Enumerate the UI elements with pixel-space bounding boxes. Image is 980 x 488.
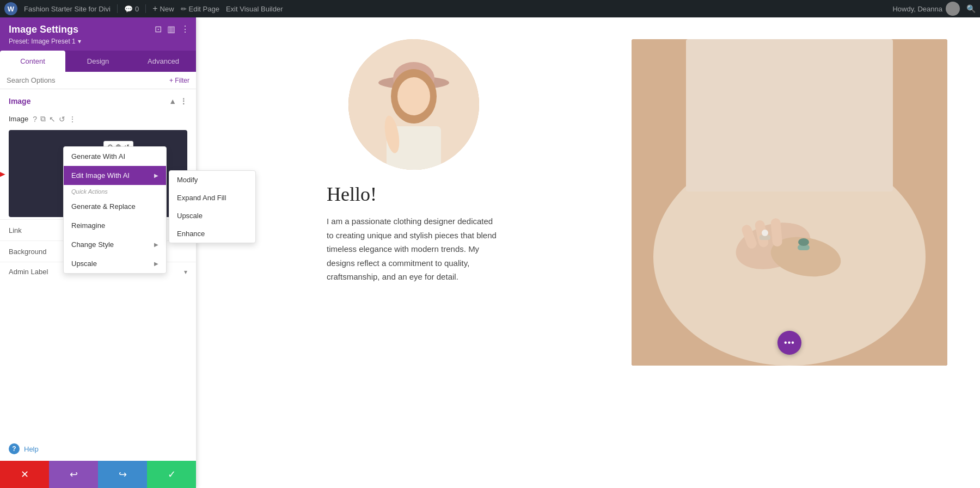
admin-label: Admin Label: [9, 268, 48, 276]
search-button[interactable]: 🔍: [966, 4, 976, 13]
top-bar: W Fashion Starter Site for Divi 💬 0 + Ne…: [0, 0, 980, 17]
upscale-chevron: ▶: [154, 261, 158, 267]
preset-chevron-icon: ▾: [78, 38, 81, 45]
dropdown-quick-actions-header: Quick Actions: [64, 185, 166, 197]
top-bar-right: Howdy, Deanna 🔍: [892, 2, 976, 16]
section-title: Image ▲ ⋮: [9, 97, 187, 106]
dropdown-container: Generate With AI Edit Image With AI ▶ Qu…: [63, 146, 256, 274]
copy-icon[interactable]: ⧉: [40, 114, 46, 123]
search-row: + Filter: [0, 72, 196, 89]
image-field-icons: ? ⧉ ↖ ↺ ⋮: [33, 114, 76, 123]
sidebar-header: Image Settings Preset: Image Preset 1 ▾ …: [0, 17, 196, 51]
svg-rect-18: [686, 39, 893, 192]
cursor-icon[interactable]: ↖: [49, 115, 56, 123]
hello-heading: Hello!: [327, 183, 501, 206]
hands-image: [632, 39, 947, 366]
layout-icon[interactable]: ▥: [167, 24, 175, 34]
sidebar-header-icons: ⊡ ▥ ⋮: [155, 24, 189, 34]
dropdown-upscale[interactable]: Upscale ▶: [64, 254, 166, 273]
site-name[interactable]: Fashion Starter Site for Divi: [24, 5, 111, 13]
responsive-icon[interactable]: ⊡: [155, 24, 162, 34]
svg-point-15: [798, 238, 809, 246]
svg-point-17: [762, 230, 768, 236]
dropdown-edit-image-with-ai[interactable]: Edit Image With AI ▶: [64, 166, 166, 185]
pencil-icon: ✏: [181, 5, 187, 13]
edit-page-button[interactable]: ✏ Edit Page: [181, 5, 219, 13]
page-text-block: Hello! I am a passionate clothing design…: [327, 183, 501, 284]
wordpress-icon[interactable]: W: [4, 2, 17, 15]
right-image: •••: [632, 39, 947, 366]
comments-link[interactable]: 💬 0: [124, 5, 139, 13]
preset-label[interactable]: Preset: Image Preset 1 ▾: [9, 38, 187, 45]
tab-advanced[interactable]: Advanced: [131, 51, 196, 72]
page-description: I am a passionate clothing designer dedi…: [327, 214, 501, 284]
search-input[interactable]: [7, 76, 165, 84]
tab-content[interactable]: Content: [0, 51, 65, 72]
top-bar-divider: [117, 4, 118, 13]
tab-design[interactable]: Design: [65, 51, 131, 72]
red-arrow-indicator: ➤: [0, 164, 6, 183]
page-right-column: •••: [632, 39, 947, 366]
change-style-chevron: ▶: [154, 242, 158, 248]
dropdown-generate-replace[interactable]: Generate & Replace: [64, 197, 166, 216]
dropdown-change-style[interactable]: Change Style ▶: [64, 235, 166, 254]
user-avatar: [946, 2, 960, 16]
exit-visual-builder-button[interactable]: Exit Visual Builder: [226, 5, 283, 13]
undo-button[interactable]: ↩: [49, 461, 98, 488]
section-more-icon[interactable]: ⋮: [180, 97, 187, 106]
dropdown-primary: Generate With AI Edit Image With AI ▶ Qu…: [63, 146, 167, 274]
collapse-icon[interactable]: ▲: [169, 97, 176, 106]
page-content: Hello! I am a passionate clothing design…: [196, 17, 980, 488]
help-link[interactable]: Help: [24, 445, 39, 453]
image-preview-area: ➤ ⚙ 🗑 ↺ Generate With AI Edit Image With…: [9, 130, 187, 217]
user-greeting: Howdy, Deanna: [892, 2, 960, 16]
edit-image-submenu-chevron: ▶: [154, 172, 158, 178]
save-button[interactable]: ✓: [147, 461, 196, 488]
cancel-button[interactable]: ✕: [0, 461, 49, 488]
dropdown-enhance[interactable]: Enhance: [169, 225, 255, 243]
woman-figure: [348, 39, 479, 170]
more-options-icon[interactable]: ⋮: [181, 24, 189, 34]
filter-button[interactable]: + Filter: [169, 77, 189, 84]
floating-action-button[interactable]: •••: [777, 331, 801, 355]
help-icon: ?: [9, 443, 20, 454]
reset-icon[interactable]: ↺: [59, 115, 65, 123]
new-button[interactable]: + New: [152, 4, 174, 14]
redo-button[interactable]: ↪: [98, 461, 147, 488]
image-section: Image ▲ ⋮: [0, 89, 196, 110]
link-label: Link: [9, 226, 22, 234]
sidebar-tabs: Content Design Advanced: [0, 51, 196, 72]
svg-point-4: [397, 77, 430, 115]
dropdown-secondary: Modify Expand And Fill Upscale Enhance: [169, 170, 256, 243]
dropdown-generate-with-ai[interactable]: Generate With AI: [64, 147, 166, 166]
profile-image: [348, 39, 479, 170]
image-field-row: Image ? ⧉ ↖ ↺ ⋮: [0, 110, 196, 128]
section-actions: ▲ ⋮: [169, 97, 187, 106]
dropdown-expand-and-fill[interactable]: Expand And Fill: [169, 189, 255, 207]
top-bar-divider-2: [145, 4, 146, 13]
dropdown-upscale-sub[interactable]: Upscale: [169, 207, 255, 225]
sidebar-panel: Image Settings Preset: Image Preset 1 ▾ …: [0, 17, 196, 488]
help-circle-icon[interactable]: ?: [33, 115, 37, 123]
background-label: Background: [9, 248, 46, 256]
plus-icon: +: [152, 4, 157, 14]
sidebar-bottom-bar: ✕ ↩ ↪ ✓: [0, 461, 196, 488]
dropdown-modify[interactable]: Modify: [169, 171, 255, 189]
more-icon[interactable]: ⋮: [69, 115, 76, 123]
page-main: Hello! I am a passionate clothing design…: [196, 17, 980, 387]
main-layout: Image Settings Preset: Image Preset 1 ▾ …: [0, 17, 980, 488]
help-section: ? Help: [0, 437, 196, 461]
page-left-column: Hello! I am a passionate clothing design…: [229, 39, 599, 284]
comment-bubble-icon: 💬: [124, 5, 133, 13]
image-field-label: Image: [9, 115, 28, 123]
dropdown-reimagine[interactable]: Reimagine: [64, 216, 166, 235]
